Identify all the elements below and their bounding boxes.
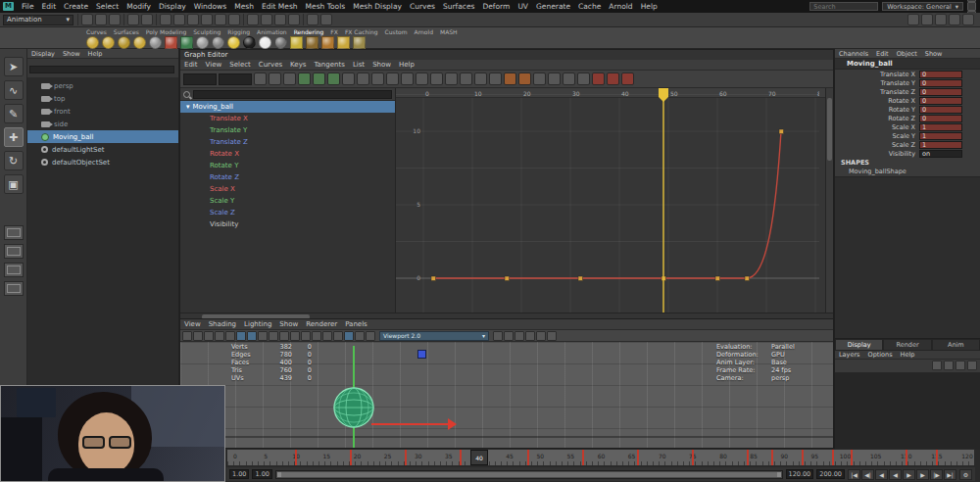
- redo-icon[interactable]: [141, 14, 153, 25]
- animation-end-field[interactable]: 200.00: [816, 469, 845, 479]
- graph-menu-view[interactable]: View: [202, 61, 226, 69]
- rotate-tool[interactable]: ↻: [4, 151, 24, 170]
- keyframe-tick[interactable]: [771, 450, 773, 465]
- move-manipulator-plane-handle[interactable]: [417, 350, 426, 359]
- channel-value-field[interactable]: 0: [919, 115, 962, 122]
- scrollbar-thumb[interactable]: [827, 98, 832, 161]
- anti-aliasing-icon[interactable]: [514, 331, 524, 341]
- free-tangent-weight-icon[interactable]: [533, 72, 546, 85]
- menu-arnold[interactable]: Arnold: [605, 2, 636, 11]
- shelf-tab-mash[interactable]: MASH: [440, 28, 458, 35]
- shelf-light-icon[interactable]: [337, 36, 350, 49]
- layer-menu-options[interactable]: Options: [864, 351, 897, 359]
- step-back-frame-button[interactable]: ◀: [875, 469, 888, 480]
- attribute-editor-icon[interactable]: [935, 14, 947, 25]
- menu-cache[interactable]: Cache: [574, 2, 605, 11]
- keyframe-tick[interactable]: [405, 450, 407, 465]
- outliner-item-front[interactable]: front: [27, 105, 178, 118]
- linear-tangent-icon[interactable]: [416, 72, 428, 85]
- keyframe-tick[interactable]: [936, 450, 938, 465]
- select-tool[interactable]: ➤: [4, 57, 24, 76]
- safe-action-icon[interactable]: [312, 331, 321, 341]
- camera-attributes-icon[interactable]: [204, 331, 214, 341]
- menu-deform[interactable]: Deform: [478, 2, 514, 11]
- swap-buffer-icon[interactable]: [489, 72, 502, 85]
- keyframe-tick[interactable]: [637, 450, 639, 465]
- four-pane-layout[interactable]: [4, 263, 24, 277]
- channel-box-menu-show[interactable]: Show: [921, 50, 947, 58]
- outliner-search-input[interactable]: [29, 66, 174, 73]
- move-tool[interactable]: ✚: [4, 127, 24, 147]
- shaded-icon[interactable]: [344, 331, 354, 341]
- shape-node-name[interactable]: Moving_ballShape: [835, 168, 980, 176]
- menu-uv[interactable]: UV: [514, 2, 532, 11]
- viewport-menu-shading[interactable]: Shading: [205, 320, 240, 328]
- two-pane-layout[interactable]: [4, 244, 24, 259]
- time-slider[interactable]: 0510152025303540455055606570758085909510…: [226, 449, 975, 466]
- graph-menu-select[interactable]: Select: [225, 61, 255, 69]
- graph-vertical-scrollbar[interactable]: [825, 88, 833, 313]
- shelf-tab-curves[interactable]: Curves: [86, 28, 107, 35]
- outliner-menu-help[interactable]: Help: [84, 50, 107, 58]
- layer-list[interactable]: [835, 372, 980, 450]
- outliner-item-top[interactable]: top: [27, 92, 178, 105]
- plateau-tangent-icon[interactable]: [460, 72, 472, 85]
- persp-graph-layout[interactable]: [4, 281, 24, 296]
- textured-icon[interactable]: [355, 331, 365, 341]
- snap-projected-center-icon[interactable]: [201, 14, 213, 25]
- shelf-tab-poly-modeling[interactable]: Poly Modeling: [146, 28, 187, 35]
- field-chart-icon[interactable]: [301, 331, 311, 341]
- select-camera-icon[interactable]: [182, 331, 192, 341]
- wireframe-icon[interactable]: [333, 331, 343, 341]
- graph-menu-list[interactable]: List: [349, 61, 368, 69]
- shelf-tab-rendering[interactable]: Rendering: [294, 28, 324, 35]
- gate-mask-icon[interactable]: [290, 331, 300, 341]
- safe-title-icon[interactable]: [322, 331, 332, 341]
- flat-tangent-icon[interactable]: [430, 72, 443, 85]
- scale-tool[interactable]: ▣: [4, 174, 24, 194]
- region-key-tool-icon[interactable]: [298, 72, 311, 85]
- paint-effects-icon[interactable]: [307, 14, 318, 25]
- animation-curve-canvas[interactable]: 010203040506070800510: [396, 88, 819, 313]
- menu-edit[interactable]: Edit: [38, 2, 61, 11]
- curve-smoothness-icon[interactable]: [621, 72, 634, 85]
- layer-tab-render[interactable]: Render: [883, 339, 931, 351]
- keyframe-tick[interactable]: [460, 450, 462, 465]
- animation-preferences-button[interactable]: ⚙: [959, 469, 972, 480]
- renderer-dropdown[interactable]: Viewport 2.0 ▾: [379, 331, 489, 341]
- move-nearest-key-icon[interactable]: [254, 72, 267, 85]
- shelf-tab-surfaces[interactable]: Surfaces: [114, 28, 139, 35]
- keyframe-tick[interactable]: [906, 450, 907, 465]
- step-forward-frame-button[interactable]: ▶: [916, 469, 929, 480]
- layer-tab-display[interactable]: Display: [835, 339, 883, 351]
- shadows-icon[interactable]: [493, 331, 503, 341]
- spline-tangent-icon[interactable]: [386, 72, 399, 85]
- exposure-icon[interactable]: [547, 331, 557, 341]
- step-forward-key-button[interactable]: |▶: [930, 469, 943, 480]
- layer-menu-layers[interactable]: Layers: [835, 351, 864, 359]
- animation-start-field[interactable]: 1.00: [229, 469, 249, 479]
- open-scene-icon[interactable]: [95, 14, 107, 25]
- shelf-tab-arnold[interactable]: Arnold: [415, 28, 433, 35]
- keyframe-tick[interactable]: [832, 450, 834, 465]
- channel-value-field[interactable]: 1: [919, 141, 962, 149]
- keyframe-tick[interactable]: [350, 450, 352, 465]
- shelf-ramp-icon[interactable]: [180, 36, 193, 49]
- shelf-grey-ball-icon[interactable]: [274, 36, 287, 49]
- menu-select[interactable]: Select: [92, 2, 122, 11]
- render-settings-icon[interactable]: [288, 14, 300, 25]
- polygon-sphere[interactable]: [332, 386, 375, 429]
- pin-icon[interactable]: [967, 2, 976, 11]
- graph-menu-edit[interactable]: Edit: [180, 61, 202, 69]
- menu-mesh-display[interactable]: Mesh Display: [349, 2, 406, 11]
- shelf-sphere-2-icon[interactable]: [102, 36, 115, 49]
- channel-box-object-name[interactable]: Moving_ball: [835, 59, 980, 70]
- shelf-white-ball-icon[interactable]: [259, 36, 271, 49]
- shelf-yellow-ball-icon[interactable]: [227, 36, 240, 49]
- menu-surfaces[interactable]: Surfaces: [439, 2, 478, 11]
- outliner-menu-show[interactable]: Show: [59, 50, 84, 58]
- auto-tangent-icon[interactable]: [371, 72, 384, 85]
- menu-mesh-tools[interactable]: Mesh Tools: [302, 2, 350, 11]
- viewport-menu-view[interactable]: View: [180, 320, 205, 328]
- empty-layer-icon[interactable]: [944, 361, 954, 370]
